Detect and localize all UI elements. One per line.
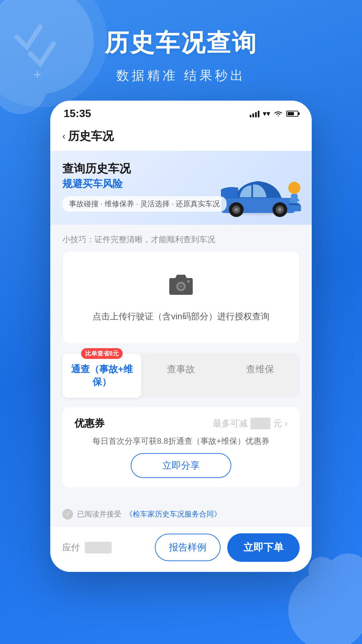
coupon-label: 优惠券 xyxy=(74,417,105,430)
back-button[interactable]: ‹ 历史车况 xyxy=(62,128,114,144)
price-label: 应付 xyxy=(62,542,80,552)
price-section: 应付 •••• xyxy=(62,542,148,553)
tab-maintenance[interactable]: 查维保 xyxy=(221,354,300,398)
battery-icon xyxy=(286,111,298,117)
nav-title: 历史车况 xyxy=(68,128,114,144)
tip-text: 小技巧：证件完整清晰，才能顺利查到车况 xyxy=(62,234,300,245)
phone-mockup: 15:35 ▾▾ ‹ 历史车况 xyxy=(50,101,312,572)
signal-icon xyxy=(250,110,259,117)
hero-title: 历史车况查询 xyxy=(0,27,362,59)
svg-point-22 xyxy=(180,285,182,288)
upload-hint: 点击上传行驶证（含vin码部分）进行授权查询 xyxy=(93,310,269,324)
coupon-section: 优惠券 最多可减 •••• 元 › 每日首次分享可获8.8折通查（事故+维保）优… xyxy=(62,407,300,487)
query-type-tabs: 比单查省8元 通查（事故+维保） 查事故 查维保 xyxy=(62,354,300,398)
coupon-value[interactable]: 最多可减 •••• 元 › xyxy=(213,418,288,429)
coupon-chevron-icon: › xyxy=(285,418,288,429)
banner-tags: 事故碰撞 · 维修保养 · 灵活选择 · 还原真实车况 xyxy=(62,196,227,212)
place-order-button[interactable]: 立即下单 xyxy=(227,533,300,562)
tab-accident[interactable]: 查事故 xyxy=(141,354,221,398)
price-amount: •••• xyxy=(85,542,112,553)
agreement-row: ✓ 已阅读并接受 《检车家历史车况服务合同》 xyxy=(50,502,312,526)
svg-point-23 xyxy=(187,280,190,283)
status-bar: 15:35 ▾▾ xyxy=(50,101,312,123)
coupon-value-suffix: 元 xyxy=(273,418,282,429)
tab-comprehensive-label: 通查（事故+维保） xyxy=(71,364,133,387)
banner-subtitle: 规避买车风险 xyxy=(62,177,300,191)
hero-subtitle: 数据精准 结果秒出 xyxy=(0,67,362,84)
status-time: 15:35 xyxy=(64,107,91,120)
tab-maintenance-label: 查维保 xyxy=(246,364,274,374)
coupon-value-prefix: 最多可减 xyxy=(213,418,248,429)
agreement-link[interactable]: 《检车家历史车况服务合同》 xyxy=(125,509,221,519)
tab-badge: 比单查省8元 xyxy=(81,348,123,359)
coupon-amount: •••• xyxy=(250,418,270,429)
check-mark: ✓ xyxy=(66,511,70,517)
tab-accident-label: 查事故 xyxy=(167,364,195,374)
sample-report-button[interactable]: 报告样例 xyxy=(155,534,221,561)
upload-area[interactable]: 点击上传行驶证（含vin码部分）进行授权查询 xyxy=(62,251,300,344)
agreement-check-icon[interactable]: ✓ xyxy=(62,509,73,520)
share-button[interactable]: 立即分享 xyxy=(131,453,231,478)
promo-banner: 查询历史车况 规避买车风险 事故碰撞 · 维修保养 · 灵活选择 · 还原真实车… xyxy=(50,151,312,225)
back-chevron-icon: ‹ xyxy=(62,131,65,142)
coupon-row: 优惠券 最多可减 •••• 元 › xyxy=(74,417,288,430)
coupon-info: 每日首次分享可获8.8折通查（事故+维保）优惠券 xyxy=(74,436,288,446)
content-area: 小技巧：证件完整清晰，才能顺利查到车况 点击上传行驶证（含vin码部分）进行授权… xyxy=(50,225,312,502)
svg-point-4 xyxy=(308,557,335,584)
camera-icon xyxy=(164,271,198,300)
agreement-text-prefix: 已阅读并接受 xyxy=(77,509,121,519)
banner-title: 查询历史车况 xyxy=(62,161,300,176)
wifi-icon xyxy=(274,110,283,117)
tab-comprehensive[interactable]: 比单查省8元 通查（事故+维保） xyxy=(62,354,141,398)
status-icons: ▾▾ xyxy=(250,109,298,118)
wifi-icon: ▾▾ xyxy=(263,109,270,118)
bottom-bar: 应付 •••• 报告样例 立即下单 xyxy=(50,526,312,572)
nav-bar: ‹ 历史车况 xyxy=(50,123,312,151)
